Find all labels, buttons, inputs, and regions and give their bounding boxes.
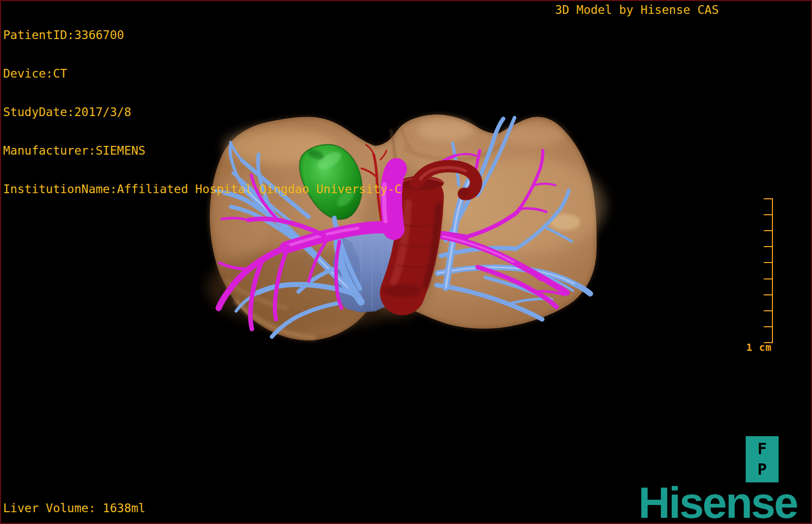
scale-ruler (764, 198, 773, 343)
institution-name: InstitutionName:Affiliated Hospital Qing… (3, 183, 401, 196)
study-date: StudyDate:2017/3/8 (3, 106, 401, 119)
model-credit: 3D Model by Hisense CAS (555, 4, 719, 16)
orientation-front: F (758, 441, 767, 457)
manufacturer: Manufacturer:SIEMENS (3, 144, 401, 157)
orientation-posterior: P (758, 462, 767, 477)
scale-tick (764, 214, 772, 215)
scale-tick (764, 198, 772, 199)
scale-ruler-bar (772, 198, 773, 343)
patient-id: PatientID:3366700 (3, 29, 401, 42)
scale-tick (764, 262, 772, 263)
scale-tick (764, 294, 772, 295)
device: Device:CT (3, 67, 401, 80)
scale-tick (764, 246, 772, 247)
orientation-marker: F P (746, 436, 779, 482)
hisense-logo: Hisense (638, 480, 797, 524)
scale-label: 1 cm (746, 342, 772, 353)
scale-tick (764, 326, 772, 327)
scale-tick (764, 230, 772, 231)
scale-tick (764, 310, 772, 311)
liver-volume-label: Liver Volume: 1638ml (3, 502, 145, 515)
viewer-frame: PatientID:3366700 Device:CT StudyDate:20… (0, 0, 812, 524)
patient-info: PatientID:3366700 Device:CT StudyDate:20… (3, 3, 401, 221)
scale-tick (764, 278, 772, 279)
